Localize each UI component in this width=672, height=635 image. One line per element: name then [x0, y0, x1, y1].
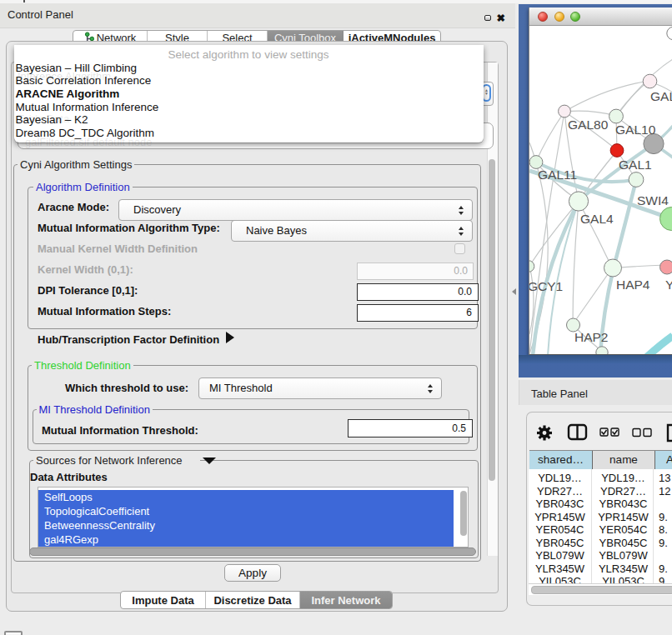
svg-text:SWI4: SWI4: [637, 193, 669, 208]
svg-text:GAL80: GAL80: [568, 118, 609, 132]
svg-text:GAL1: GAL1: [619, 158, 652, 172]
svg-text:HAP4: HAP4: [616, 278, 650, 292]
svg-text:GAL7: GAL7: [650, 89, 672, 103]
svg-text:GAL4: GAL4: [580, 212, 614, 226]
svg-text:HAP2: HAP2: [574, 330, 609, 344]
svg-text:GCY1: GCY1: [529, 279, 563, 293]
svg-text:GAL10: GAL10: [615, 122, 656, 137]
svg-text:YJ: YJ: [665, 278, 672, 292]
svg-text:GAL11: GAL11: [538, 168, 577, 182]
